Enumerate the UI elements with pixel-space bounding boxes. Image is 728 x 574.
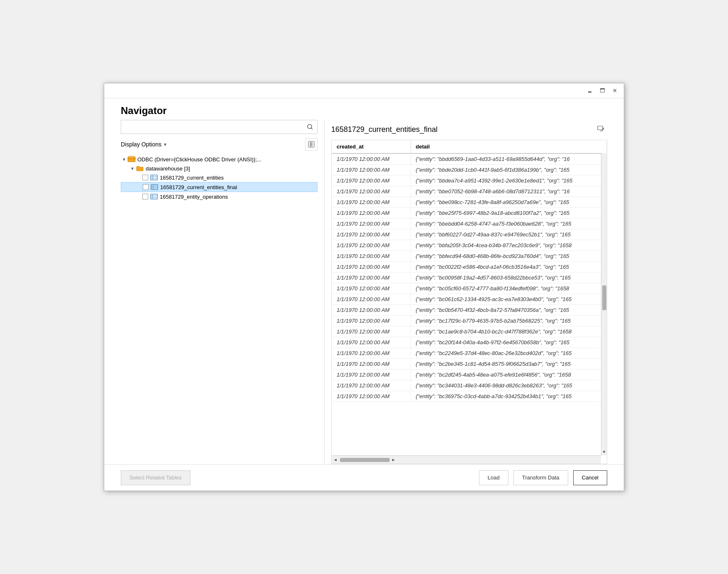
cell-detail: {"entity": "bc36975c-03cd-4abb-a7dc-9342… <box>410 391 607 402</box>
svg-rect-18 <box>151 194 157 199</box>
cell-created-at: 1/1/1970 12:00:00 AM <box>332 348 410 359</box>
search-button[interactable] <box>303 120 317 134</box>
table-row: 1/1/1970 12:00:00 AM{"entity": "bc2249e5… <box>332 348 607 359</box>
cell-detail: {"entity": "bc2be345-1c81-4d54-8575-9f06… <box>410 359 607 370</box>
display-options-label: Display Options <box>121 141 161 148</box>
cell-created-at: 1/1/1970 12:00:00 AM <box>332 251 410 262</box>
cell-created-at: 1/1/1970 12:00:00 AM <box>332 326 410 337</box>
db-icon <box>127 156 136 163</box>
table-row: 1/1/1970 12:00:00 AM{"entity": "bc2be345… <box>332 359 607 370</box>
cell-detail: {"entity": "bbdd6569-1aa0-4d33-a511-69a9… <box>410 153 607 165</box>
cell-created-at: 1/1/1970 12:00:00 AM <box>332 272 410 283</box>
cell-detail: {"entity": "bbebdd04-6258-4747-aa75-f3e0… <box>410 219 607 229</box>
refresh-button[interactable] <box>595 123 607 136</box>
display-options-button[interactable]: Display Options ▼ <box>121 141 167 148</box>
tree-container: ▼ ODBC (Driver={ClickHouse ODBC Driver (… <box>121 155 318 464</box>
table-row: 1/1/1970 12:00:00 AM{"entity": "bbe098cc… <box>332 197 607 208</box>
cell-detail: {"entity": "bc344031-48e3-4406-98dd-d826… <box>410 380 607 391</box>
cell-created-at: 1/1/1970 12:00:00 AM <box>332 208 410 219</box>
cell-created-at: 1/1/1970 12:00:00 AM <box>332 337 410 348</box>
table-row: 1/1/1970 12:00:00 AM{"entity": "bc2df245… <box>332 370 607 380</box>
right-panel: 16581729_current_entities_final created_… <box>324 120 607 464</box>
table-icon <box>150 174 158 181</box>
scroll-right-arrow[interactable]: ► <box>391 456 396 464</box>
checkbox-operations[interactable] <box>142 194 148 199</box>
cell-detail: {"entity": "bc061c62-1334-4925-ac3c-ea7e… <box>410 294 607 305</box>
scroll-left-arrow[interactable]: ◄ <box>332 456 339 464</box>
tree-item-odbc[interactable]: ▼ ODBC (Driver={ClickHouse ODBC Driver (… <box>121 155 318 164</box>
table-row: 1/1/1970 12:00:00 AM{"entity": "bbe25f75… <box>332 208 607 219</box>
cancel-button[interactable]: Cancel <box>573 470 607 485</box>
table-row: 1/1/1970 12:00:00 AM{"entity": "bc0b5470… <box>332 305 607 316</box>
close-button[interactable]: ✕ <box>609 86 621 96</box>
table-row: 1/1/1970 12:00:00 AM{"entity": "bbf60227… <box>332 229 607 240</box>
folder-icon <box>136 165 144 172</box>
expand-icon: ▼ <box>129 165 136 172</box>
cell-detail: {"entity": "bbfecd94-68d0-468b-86fe-bcd9… <box>410 251 607 262</box>
checkbox-entities[interactable] <box>142 175 148 180</box>
table-row: 1/1/1970 12:00:00 AM{"entity": "bbebdd04… <box>332 219 607 229</box>
svg-line-1 <box>311 128 313 130</box>
tree-label-odbc: ODBC (Driver={ClickHouse ODBC Driver (AN… <box>137 156 261 163</box>
table-row: 1/1/1970 12:00:00 AM{"entity": "bc20f144… <box>332 337 607 348</box>
no-expand-3 <box>139 193 142 200</box>
minimize-button[interactable]: 🗕 <box>584 86 596 96</box>
table-row: 1/1/1970 12:00:00 AM{"entity": "bbe07052… <box>332 186 607 197</box>
table-row: 1/1/1970 12:00:00 AM{"entity": "bc05cf60… <box>332 283 607 294</box>
maximize-button[interactable]: 🗖 <box>596 86 608 96</box>
col-header-detail[interactable]: detail <box>410 140 607 153</box>
cell-detail: {"entity": "bbfa205f-3c04-4cea-b34b-877e… <box>410 240 607 251</box>
chevron-down-icon: ▼ <box>163 142 167 147</box>
cell-created-at: 1/1/1970 12:00:00 AM <box>332 186 410 197</box>
table-row: 1/1/1970 12:00:00 AM{"entity": "bbdea7c4… <box>332 175 607 186</box>
scroll-thumb[interactable] <box>602 285 606 310</box>
checkbox-entities-final[interactable] <box>143 184 149 190</box>
cell-detail: {"entity": "bc1ae9c8-b704-4b10-bc2c-d47f… <box>410 326 607 337</box>
cell-created-at: 1/1/1970 12:00:00 AM <box>332 305 410 316</box>
no-expand-2 <box>139 184 143 190</box>
cell-created-at: 1/1/1970 12:00:00 AM <box>332 153 410 165</box>
transform-data-button[interactable]: Transform Data <box>513 470 568 485</box>
expand-icon: ▼ <box>121 156 127 163</box>
load-button[interactable]: Load <box>479 470 508 485</box>
tree-label-operations: 16581729_entity_operations <box>160 194 228 200</box>
scroll-down-arrow[interactable]: ▼ <box>601 448 607 455</box>
cell-created-at: 1/1/1970 12:00:00 AM <box>332 294 410 305</box>
cell-created-at: 1/1/1970 12:00:00 AM <box>332 391 410 402</box>
cell-created-at: 1/1/1970 12:00:00 AM <box>332 283 410 294</box>
table-row: 1/1/1970 12:00:00 AM{"entity": "bc1ae9c8… <box>332 326 607 337</box>
table-row: 1/1/1970 12:00:00 AM{"entity": "bc17f29c… <box>332 316 607 326</box>
preview-title: 16581729_current_entities_final <box>331 125 437 134</box>
cell-created-at: 1/1/1970 12:00:00 AM <box>332 240 410 251</box>
select-related-tables-button[interactable]: Select Related Tables <box>121 470 191 485</box>
svg-rect-10 <box>151 175 157 180</box>
tree-item-entities[interactable]: 16581729_current_entities <box>121 173 318 182</box>
cell-detail: {"entity": "bc0b5470-4f32-4bcb-8a72-57fa… <box>410 305 607 316</box>
cell-created-at: 1/1/1970 12:00:00 AM <box>332 165 410 175</box>
tree-item-entities-final[interactable]: 16581729_current_entities_final <box>121 182 318 192</box>
title-bar: 🗕 🗖 ✕ <box>104 83 624 98</box>
scroll-h-thumb[interactable] <box>340 458 390 462</box>
tree-label-entities-final: 16581729_current_entities_final <box>160 184 237 190</box>
table-row: 1/1/1970 12:00:00 AM{"entity": "bc36975c… <box>332 391 607 402</box>
search-input[interactable] <box>121 124 303 130</box>
add-icon <box>308 141 315 148</box>
no-expand <box>139 174 142 181</box>
table-scroll-area[interactable]: created_at detail 1/1/1970 12:00:00 AM{"… <box>332 140 607 464</box>
table-icon-3 <box>150 193 158 200</box>
cell-detail: {"entity": "bc2df245-4ab5-48ea-a075-efe9… <box>410 370 607 380</box>
table-row: 1/1/1970 12:00:00 AM{"entity": "bc00958f… <box>332 272 607 283</box>
add-table-button[interactable] <box>305 138 318 151</box>
horizontal-scrollbar[interactable]: ◄ ► <box>332 455 601 464</box>
vertical-scrollbar[interactable]: ▲ ▼ <box>601 140 607 455</box>
search-box <box>121 120 318 134</box>
tree-item-datawarehouse[interactable]: ▼ datawarehouse [3] <box>121 164 318 173</box>
cell-detail: {"entity": "bbe098cc-7281-43fe-8a8f-a962… <box>410 197 607 208</box>
tree-item-operations[interactable]: 16581729_entity_operations <box>121 192 318 201</box>
svg-rect-22 <box>598 126 603 130</box>
table-row: 1/1/1970 12:00:00 AM{"entity": "bbfa205f… <box>332 240 607 251</box>
cell-created-at: 1/1/1970 12:00:00 AM <box>332 370 410 380</box>
table-row: 1/1/1970 12:00:00 AM{"entity": "bc061c62… <box>332 294 607 305</box>
cell-detail: {"entity": "bc2249e5-37d4-48ec-80ac-26e3… <box>410 348 607 359</box>
col-header-created-at[interactable]: created_at <box>332 140 410 153</box>
